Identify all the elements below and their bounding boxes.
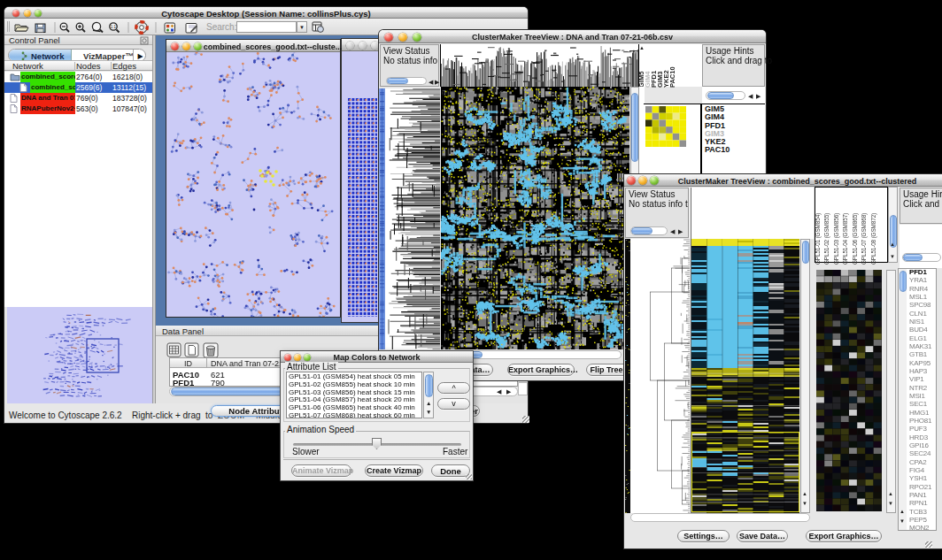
svg-text:1:1: 1:1 xyxy=(111,25,117,29)
